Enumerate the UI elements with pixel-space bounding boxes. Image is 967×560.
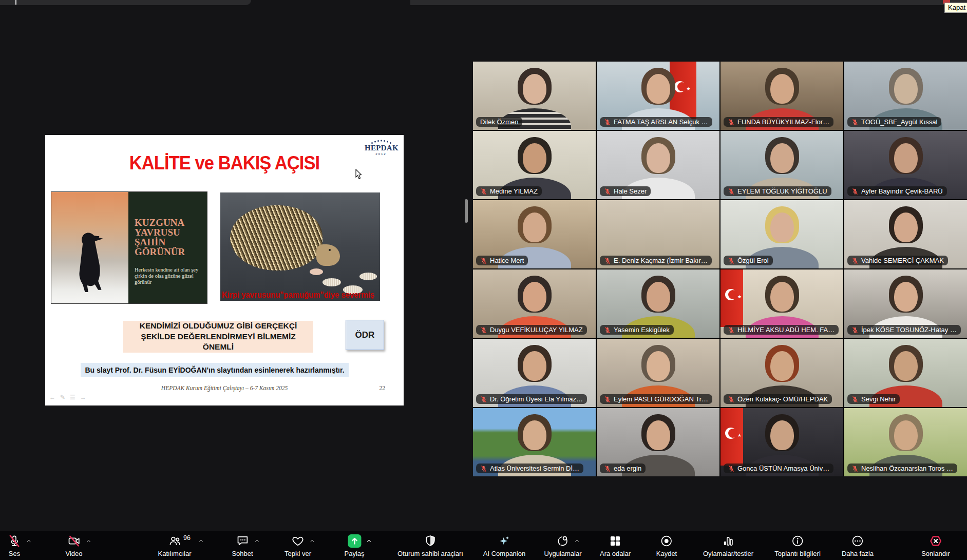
participant-tile[interactable]: Atlas Üniversitesi Sermin Dİ… <box>473 408 596 476</box>
video-chevron-icon[interactable] <box>85 538 91 544</box>
participant-name: Vahide SEMERCİ ÇAKMAK <box>861 257 944 264</box>
raven-image <box>51 192 128 303</box>
participant-name: Özgül Erol <box>737 257 769 264</box>
participant-tile[interactable]: Duygu VEFİKULUÇAY YILMAZ <box>473 269 596 338</box>
person-face <box>770 420 794 450</box>
toolbar-chat-button[interactable]: Sohbet <box>232 534 253 557</box>
scrollbar-thumb[interactable] <box>465 199 468 223</box>
muted-mic-icon <box>851 396 859 403</box>
toolbar-record-button[interactable]: Kaydet <box>656 534 677 557</box>
audio-label: Ses <box>9 550 20 557</box>
reactions-label: Tepki ver <box>285 550 311 557</box>
participant-tile[interactable]: Medine YILMAZ <box>473 131 596 199</box>
participant-tile[interactable]: TOGÜ_SBF_Aygül Kıssal <box>844 62 967 130</box>
share-label: Paylaş <box>344 550 364 557</box>
toolbar-more-button[interactable]: Daha fazla <box>842 534 874 557</box>
participant-name: Dr. Öğretim Üyesi Ela Yılmaz… <box>490 395 583 403</box>
toolbar-apps-button[interactable]: Uygulamalar <box>544 534 582 557</box>
participant-name-pill: Vahide SEMERCİ ÇAKMAK <box>847 256 948 265</box>
muted-mic-icon <box>480 465 487 472</box>
slide-nav-back-icon: ← <box>49 394 55 401</box>
slide-nav-icons: ← ✎ ☰ → <box>49 394 86 401</box>
toolbar-end-meeting-button[interactable]: Sonlandır <box>921 534 950 557</box>
person-face <box>770 143 794 173</box>
participant-name-pill: EYLEM TOĞLUK YİĞİTOĞLU <box>724 186 831 196</box>
participant-tile[interactable]: Neslihan Özcanarslan Toros … <box>844 408 967 476</box>
participant-tile[interactable]: İpek KÖSE TOSUNÖZ-Hatay … <box>844 269 967 338</box>
participant-tile[interactable]: Dr. Öğretim Üyesi Ela Yılmaz… <box>473 339 596 407</box>
participant-tile[interactable]: Özen Kulakaç- OMÜ/HEPDAK <box>720 339 843 407</box>
participant-name: Medine YILMAZ <box>490 187 538 195</box>
person-face <box>770 351 794 381</box>
window-tab-strip-left <box>0 0 251 5</box>
participants-icon: 96 <box>168 534 181 548</box>
hedgehog-image: Kirpi yavrusunu"pamuğum"diye severmiş <box>220 192 380 301</box>
participant-tile[interactable]: ★Gonca ÜSTÜN Amasya Üniv… <box>720 408 843 476</box>
reactions-icon <box>291 534 305 548</box>
audio-icon <box>8 534 21 548</box>
window-top-bar: Kapat <box>0 0 967 5</box>
person-face <box>523 351 546 381</box>
person-face <box>523 74 546 104</box>
toolbar-meeting-info-button[interactable]: Toplantı bilgileri <box>774 534 821 557</box>
participant-tile[interactable]: Hale Sezer <box>597 131 719 199</box>
participant-video-grid: Dilek Özmen★FATMA TAŞ ARSLAN Selçuk …FUN… <box>473 62 967 476</box>
person-face <box>770 213 794 242</box>
participant-tile[interactable]: ★HİLMİYE AKSU ADÜ HEM. FA… <box>720 269 843 338</box>
participant-tile[interactable]: Ayfer Bayındır Çevik-BARÜ <box>844 131 967 199</box>
audio-chevron-icon[interactable] <box>26 538 32 544</box>
chat-chevron-icon[interactable] <box>254 538 260 544</box>
participant-tile[interactable]: Eylem PASLI GÜRDOĞAN Tr… <box>597 339 719 407</box>
muted-mic-icon <box>728 326 735 334</box>
participant-tile[interactable]: FUNDA BÜYÜKYILMAZ-Flor… <box>720 62 843 130</box>
participant-tile[interactable]: Sevgi Nehir <box>844 339 967 407</box>
person-face <box>523 143 546 173</box>
participant-tile[interactable]: ★FATMA TAŞ ARSLAN Selçuk … <box>597 62 719 130</box>
toolbar-audio-button[interactable]: Ses <box>8 534 21 557</box>
toolbar-reactions-button[interactable]: Tepki ver <box>285 534 311 557</box>
participant-tile[interactable]: Özgül Erol <box>720 200 843 268</box>
toolbar-participants-button[interactable]: 96Katılımcılar <box>158 534 191 557</box>
apps-chevron-icon[interactable] <box>574 538 580 544</box>
muted-mic-icon <box>480 188 487 195</box>
participant-name: Gonca ÜSTÜN Amasya Üniv… <box>737 465 829 472</box>
share-chevron-icon[interactable] <box>366 538 372 544</box>
participant-tile[interactable]: eda ergin <box>597 408 719 476</box>
muted-mic-icon <box>728 257 735 264</box>
participant-name: TOGÜ_SBF_Aygül Kıssal <box>861 118 937 126</box>
person-face <box>770 74 794 104</box>
participant-tile[interactable]: E. Deniz Kaçmaz (İzmir Bakır… <box>597 200 719 268</box>
toolbar-video-button[interactable]: Video <box>65 534 82 557</box>
toolbar-share-button[interactable]: Paylaş <box>344 534 364 557</box>
person-face <box>523 213 546 242</box>
person-face <box>647 351 670 381</box>
toolbar-polls-button[interactable]: Oylamalar/testler <box>703 534 753 557</box>
slide-nav-pen-icon: ✎ <box>60 394 65 401</box>
polls-label: Oylamalar/testler <box>703 550 753 557</box>
participant-tile[interactable]: Vahide SEMERCİ ÇAKMAK <box>844 200 967 268</box>
breakout-rooms-icon <box>609 534 622 548</box>
toolbar-ai-companion-button[interactable]: AI Companion <box>483 534 525 557</box>
slide-page-number: 22 <box>380 385 386 391</box>
participant-name-pill: eda ergin <box>600 464 646 473</box>
participants-chevron-icon[interactable] <box>198 538 204 544</box>
reactions-chevron-icon[interactable] <box>309 538 315 544</box>
participant-tile[interactable]: Dilek Özmen <box>473 62 596 130</box>
muted-mic-icon <box>604 257 611 264</box>
participant-name-pill: Dilek Özmen <box>476 117 522 127</box>
video-grid-scrollbar[interactable] <box>464 62 468 476</box>
hedgehog-caption: Kirpi yavrusunu"pamuğum"diye severmiş <box>222 291 370 300</box>
person-face <box>894 143 918 173</box>
participant-tile[interactable]: Yasemin Eskigülek <box>597 269 719 338</box>
participant-tile[interactable]: Hatice Mert <box>473 200 596 268</box>
toolbar-host-tools-button[interactable]: Oturum sahibi araçları <box>397 534 463 557</box>
breakout-rooms-label: Ara odalar <box>600 550 631 557</box>
raven-card: KUZGUNA YAVRUSU ŞAHİN GÖRÜNÜR Herkesin k… <box>51 191 207 304</box>
participant-name-pill: Özen Kulakaç- OMÜ/HEPDAK <box>724 394 832 404</box>
ai-companion-icon <box>498 534 511 548</box>
participant-tile[interactable]: EYLEM TOĞLUK YİĞİTOĞLU <box>720 131 843 199</box>
participant-name-pill: Sevgi Nehir <box>847 394 900 404</box>
participant-name-pill: Hale Sezer <box>600 186 651 196</box>
caret-mark <box>15 0 16 5</box>
toolbar-breakout-rooms-button[interactable]: Ara odalar <box>600 534 631 557</box>
